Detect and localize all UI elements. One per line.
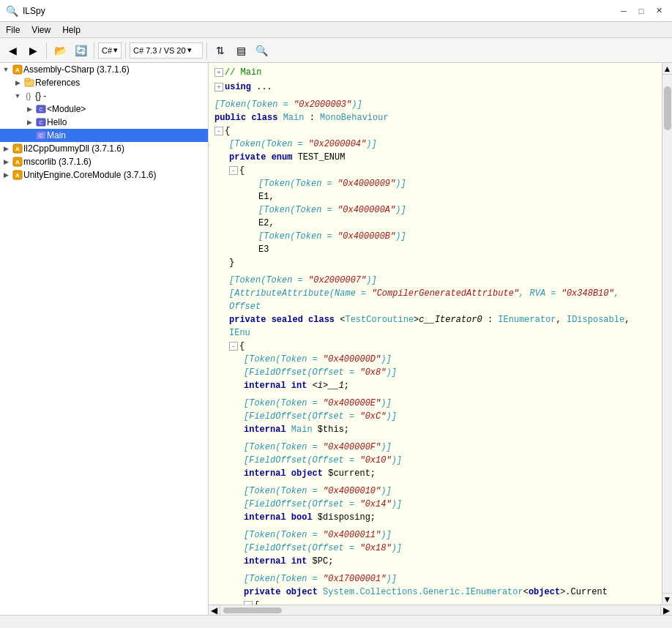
tree-item-main[interactable]: C Main [0,129,208,142]
code-line-23: internal Main $this; [214,423,656,436]
svg-text:C: C [39,120,42,125]
menu-view[interactable]: View [26,23,56,37]
code-line-33: [Token(Token = "0x17000001")] [214,572,656,586]
app-icon: 🔍 [6,5,18,17]
code-line-13: } [214,256,656,269]
code-line-5: private enum TEST_ENUM [214,151,656,164]
expander-references[interactable]: ▶ [12,77,23,89]
code-line-9: [Token(Token = "0x400000A")] [214,203,656,217]
collapse-using[interactable]: + [214,83,223,91]
scroll-thumb[interactable] [664,86,671,130]
code-line-17: -{ [214,340,656,353]
collapse-main[interactable]: + [214,68,223,77]
expander-mscorlib[interactable]: ▶ [0,156,12,168]
menu-bar: File View Help [0,22,672,38]
svg-text:A: A [15,67,20,73]
horizontal-scrollbar[interactable]: ◀ ▶ [209,605,672,615]
hello-label: Hello [47,117,208,127]
version-dropdown[interactable]: C# 7.3 / VS 20 ▾ [130,42,203,59]
version-label: C# 7.3 / VS 20 [133,46,186,55]
toolbar-separator-1 [46,42,47,59]
code-line-4: [Token(Token = "0x2000004")] [214,138,656,151]
collapse-enum[interactable]: - [229,166,238,175]
svg-text:A: A [15,159,20,165]
collapse-property[interactable]: - [244,601,253,605]
forward-button[interactable]: ▶ [23,41,42,60]
braces-icon: {} [23,90,35,102]
vertical-scrollbar[interactable]: ▲ ▼ [662,63,672,605]
expander-unityengine[interactable]: ▶ [0,169,12,181]
tree-item-unityengine[interactable]: ▶ A UnityEngine.CoreModule (3.7.1.6) [0,168,208,182]
code-line-16: private sealed class <TestCoroutine>c__I… [214,313,656,340]
menu-help[interactable]: Help [56,23,86,37]
tree-item-il2cpp[interactable]: ▶ A Il2CppDummyDll (3.7.1.6) [0,142,208,155]
status-bar [0,615,672,628]
tree-item-braces[interactable]: ▼ {} {} - [0,89,208,102]
mscorlib-icon: A [12,156,23,168]
code-line-25: [FieldOffset(Offset = "0x10")] [214,454,656,467]
title-bar: 🔍 ILSpy ─ □ ✕ [0,0,672,22]
tree-item-assembly-csharp[interactable]: ▼ A Assembly-CSharp (3.7.1.6) [0,63,208,76]
svg-text:A: A [15,146,20,152]
svg-text:{}: {} [26,91,31,100]
maximize-button[interactable]: □ [634,4,649,18]
code-line-7: [Token(Token = "0x4000009")] [214,177,656,190]
toolbar-separator-2 [94,42,94,59]
code-line-2: public class Main : MonoBehaviour [214,111,656,124]
tree-item-hello[interactable]: ▶ C Hello [0,116,208,129]
references-icon [23,77,35,89]
using-ellipsis: ... [256,81,272,94]
tree-item-references[interactable]: ▶ References [0,76,208,89]
toolbar-separator-3 [125,42,126,59]
close-button[interactable]: ✕ [652,4,666,18]
expander-braces[interactable]: ▼ [12,90,23,102]
scroll-down-button[interactable]: ▼ [662,593,673,605]
code-line-6: -{ [214,164,656,177]
code-line-29: internal bool $disposing; [214,511,656,524]
dropdown-arrow-icon: ▾ [113,45,118,55]
svg-text:C: C [39,133,42,138]
code-line-15: [AttributeAttribute(Name = "CompilerGene… [214,287,656,313]
expander-il2cpp[interactable]: ▶ [0,143,12,154]
module-label: <Module> [47,104,208,114]
il2cpp-label: Il2CppDummyDll (3.7.1.6) [23,143,208,154]
code-line-35: -{ [214,599,656,605]
code-line-11: [Token(Token = "0x400000B")] [214,230,656,243]
refresh-button[interactable]: 🔄 [71,41,90,60]
expander-main [23,130,35,141]
code-line-3: -{ [214,124,656,138]
search-button[interactable]: 🔍 [252,41,271,60]
open-button[interactable]: 📂 [51,41,70,60]
sort-button[interactable]: ⇅ [211,41,230,60]
code-line-30: [Token(Token = "0x4000011")] [214,528,656,542]
expander-module[interactable]: ▶ [23,103,35,115]
svg-text:C: C [39,107,42,112]
scroll-right-button[interactable]: ▶ [660,605,672,616]
code-content: + // Main + using ... [Token(Token = "0x… [214,66,656,605]
code-line-1: [Token(Token = "0x2000003")] [214,98,656,111]
scroll-left-button[interactable]: ◀ [209,605,220,616]
minimize-button[interactable]: ─ [616,4,631,18]
code-line-21: [Token(Token = "0x400000E")] [214,397,656,410]
main-icon: C [35,130,47,141]
hscroll-thumb[interactable] [223,608,282,613]
collapse-sealed-class[interactable]: - [229,342,238,351]
menu-file[interactable]: File [0,23,26,37]
view-button[interactable]: ▤ [231,41,250,60]
sidebar-tree: ▼ A Assembly-CSharp (3.7.1.6) ▶ Referenc… [0,63,209,615]
collapse-class-main[interactable]: - [214,127,223,135]
expander-hello[interactable]: ▶ [23,116,35,128]
code-editor[interactable]: + // Main + using ... [Token(Token = "0x… [209,63,662,605]
code-line-8: E1, [214,190,656,203]
tree-item-mscorlib[interactable]: ▶ A mscorlib (3.7.1.6) [0,155,208,168]
code-line-24: [Token(Token = "0x400000F")] [214,441,656,454]
tree-item-module[interactable]: ▶ C <Module> [0,102,208,116]
svg-rect-3 [25,78,30,81]
back-button[interactable]: ◀ [3,41,22,60]
expander-assembly-csharp[interactable]: ▼ [0,64,12,75]
scroll-up-button[interactable]: ▲ [662,63,673,75]
language-dropdown[interactable]: C# ▾ [98,42,122,59]
il2cpp-icon: A [12,143,23,154]
code-line-28: [FieldOffset(Offset = "0x14")] [214,498,656,511]
language-label: C# [102,46,112,55]
